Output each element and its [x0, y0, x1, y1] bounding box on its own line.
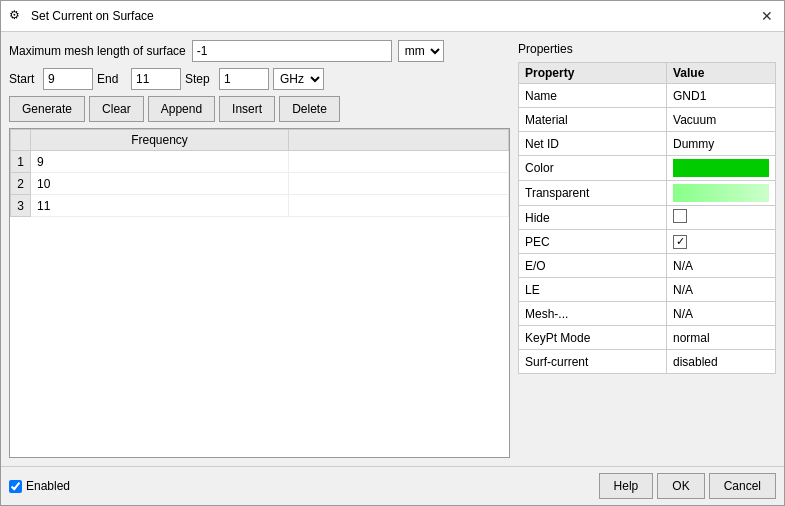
mesh-input[interactable] — [192, 40, 392, 62]
prop-value: disabled — [667, 350, 776, 374]
row-num: 2 — [11, 173, 31, 195]
end-input[interactable] — [131, 68, 181, 90]
freq-value[interactable]: 11 — [31, 195, 289, 217]
step-input[interactable] — [219, 68, 269, 90]
help-button[interactable]: Help — [599, 473, 654, 499]
list-item: Transparent — [519, 181, 776, 206]
freq-row: Start End Step GHz MHz kHz Hz — [9, 68, 510, 90]
list-item: Name GND1 — [519, 84, 776, 108]
list-item: Material Vacuum — [519, 108, 776, 132]
window-icon: ⚙ — [9, 8, 25, 24]
properties-table: Property Value Name GND1 Material Vacuum… — [518, 62, 776, 374]
prop-name: LE — [519, 278, 667, 302]
freq-col-header: Frequency — [31, 130, 289, 151]
toolbar: Generate Clear Append Insert Delete — [9, 96, 510, 122]
insert-button[interactable]: Insert — [219, 96, 275, 122]
prop-name: PEC — [519, 230, 667, 254]
title-bar: ⚙ Set Current on Surface ✕ — [1, 1, 784, 32]
start-input[interactable] — [43, 68, 93, 90]
freq-extra — [289, 195, 509, 217]
freq-table-container: Frequency 1 9 2 10 3 11 — [9, 128, 510, 458]
prop-color[interactable] — [667, 156, 776, 181]
prop-value: N/A — [667, 302, 776, 326]
action-buttons: Help OK Cancel — [599, 473, 776, 499]
freq-extra — [289, 173, 509, 195]
list-item: Color — [519, 156, 776, 181]
prop-value: Vacuum — [667, 108, 776, 132]
freq-table: Frequency 1 9 2 10 3 11 — [10, 129, 509, 217]
right-panel: Properties Property Value Name GND1 Mate… — [518, 40, 776, 458]
mesh-row: Maximum mesh length of surface mm cm m m… — [9, 40, 510, 62]
properties-title: Properties — [518, 40, 776, 58]
prop-name: KeyPt Mode — [519, 326, 667, 350]
freq-value[interactable]: 10 — [31, 173, 289, 195]
cancel-button[interactable]: Cancel — [709, 473, 776, 499]
prop-name: Mesh-... — [519, 302, 667, 326]
left-panel: Maximum mesh length of surface mm cm m m… — [9, 40, 510, 458]
clear-button[interactable]: Clear — [89, 96, 144, 122]
delete-button[interactable]: Delete — [279, 96, 340, 122]
mesh-unit-select[interactable]: mm cm m mil in — [398, 40, 444, 62]
list-item: Mesh-... N/A — [519, 302, 776, 326]
main-content: Maximum mesh length of surface mm cm m m… — [1, 32, 784, 466]
enabled-row: Enabled — [9, 479, 70, 493]
prop-value: N/A — [667, 278, 776, 302]
close-button[interactable]: ✕ — [758, 7, 776, 25]
prop-name: Material — [519, 108, 667, 132]
prop-name: Transparent — [519, 181, 667, 206]
row-num: 3 — [11, 195, 31, 217]
main-window: ⚙ Set Current on Surface ✕ Maximum mesh … — [0, 0, 785, 506]
freq-extra — [289, 151, 509, 173]
bottom-bar: Enabled Help OK Cancel — [1, 466, 784, 505]
prop-name: E/O — [519, 254, 667, 278]
freq-col-rownum — [11, 130, 31, 151]
prop-name: Net ID — [519, 132, 667, 156]
prop-name: Name — [519, 84, 667, 108]
list-item: LE N/A — [519, 278, 776, 302]
prop-name: Surf-current — [519, 350, 667, 374]
hide-checkbox[interactable] — [673, 209, 687, 223]
freq-value[interactable]: 9 — [31, 151, 289, 173]
table-row: 1 9 — [11, 151, 509, 173]
ok-button[interactable]: OK — [657, 473, 704, 499]
list-item: PEC ✓ — [519, 230, 776, 254]
prop-checkbox[interactable]: ✓ — [667, 230, 776, 254]
list-item: Hide — [519, 206, 776, 230]
table-row: 3 11 — [11, 195, 509, 217]
props-col-value: Value — [667, 63, 776, 84]
list-item: E/O N/A — [519, 254, 776, 278]
end-label: End — [97, 72, 127, 86]
prop-name: Color — [519, 156, 667, 181]
list-item: KeyPt Mode normal — [519, 326, 776, 350]
prop-value: N/A — [667, 254, 776, 278]
prop-name: Hide — [519, 206, 667, 230]
prop-transparent[interactable] — [667, 181, 776, 206]
props-col-property: Property — [519, 63, 667, 84]
pec-checkbox[interactable]: ✓ — [673, 235, 687, 249]
prop-checkbox[interactable] — [667, 206, 776, 230]
prop-value: GND1 — [667, 84, 776, 108]
enabled-checkbox[interactable] — [9, 480, 22, 493]
freq-col-extra — [289, 130, 509, 151]
start-label: Start — [9, 72, 39, 86]
table-row: 2 10 — [11, 173, 509, 195]
freq-unit-select[interactable]: GHz MHz kHz Hz — [273, 68, 324, 90]
list-item: Net ID Dummy — [519, 132, 776, 156]
prop-value: Dummy — [667, 132, 776, 156]
row-num: 1 — [11, 151, 31, 173]
list-item: Surf-current disabled — [519, 350, 776, 374]
title-bar-left: ⚙ Set Current on Surface — [9, 8, 154, 24]
prop-value: normal — [667, 326, 776, 350]
append-button[interactable]: Append — [148, 96, 215, 122]
window-title: Set Current on Surface — [31, 9, 154, 23]
step-label: Step — [185, 72, 215, 86]
mesh-label: Maximum mesh length of surface — [9, 44, 186, 58]
enabled-label: Enabled — [26, 479, 70, 493]
generate-button[interactable]: Generate — [9, 96, 85, 122]
